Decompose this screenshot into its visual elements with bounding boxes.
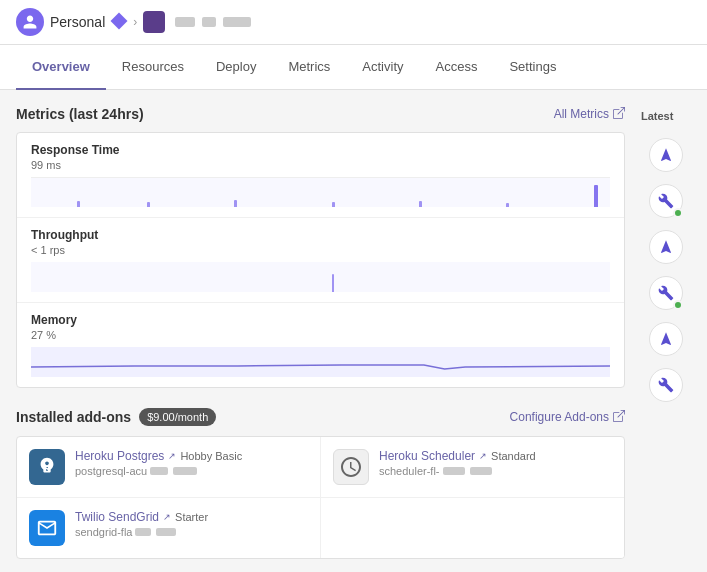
breadcrumb-separator: ›: [133, 15, 137, 29]
metrics-section-header: Metrics (last 24hrs) All Metrics: [16, 106, 625, 122]
memory-chart: [31, 347, 610, 377]
right-sidebar: Latest: [641, 106, 691, 559]
postgres-url: postgresql-acu: [75, 465, 242, 477]
scheduler-info: Heroku Scheduler ↗ Standard scheduler-fl…: [379, 449, 536, 477]
memory-row: Memory 27 %: [17, 303, 624, 387]
sidebar-deploy-btn-2[interactable]: [649, 230, 683, 264]
postgres-external-icon: ↗: [168, 451, 176, 461]
tab-settings[interactable]: Settings: [493, 45, 572, 90]
addon-cell-postgres: Heroku Postgres ↗ Hobby Basic postgresql…: [17, 437, 321, 498]
postgres-info: Heroku Postgres ↗ Hobby Basic postgresql…: [75, 449, 242, 477]
scheduler-name[interactable]: Heroku Scheduler ↗ Standard: [379, 449, 536, 463]
addons-grid: Heroku Postgres ↗ Hobby Basic postgresql…: [16, 436, 625, 559]
addon-row-2: Twilio SendGrid ↗ Starter sendgrid-fla: [17, 498, 624, 558]
memory-value: 27 %: [31, 329, 610, 341]
configure-external-icon: [613, 410, 625, 425]
addons-title-group: Installed add-ons $9.00/month: [16, 408, 216, 426]
left-panel: Metrics (last 24hrs) All Metrics Respons…: [16, 106, 625, 559]
addons-section: Installed add-ons $9.00/month Configure …: [16, 408, 625, 559]
scheduler-external-icon: ↗: [479, 451, 487, 461]
sidebar-build-btn-1[interactable]: [649, 184, 683, 218]
sendgrid-external-icon: ↗: [163, 512, 171, 522]
price-badge: $9.00/month: [139, 408, 216, 426]
response-time-row: Response Time 99 ms: [17, 133, 624, 218]
sendgrid-name[interactable]: Twilio SendGrid ↗ Starter: [75, 510, 208, 524]
tab-resources[interactable]: Resources: [106, 45, 200, 90]
memory-label: Memory: [31, 313, 610, 327]
configure-addons-link[interactable]: Configure Add-ons: [510, 410, 625, 425]
postgres-name[interactable]: Heroku Postgres ↗ Hobby Basic: [75, 449, 242, 463]
throughput-label: Throughput: [31, 228, 610, 242]
nav-tabs: Overview Resources Deploy Metrics Activi…: [0, 45, 707, 90]
top-bar: Personal ›: [0, 0, 707, 45]
sendgrid-icon: [29, 510, 65, 546]
external-link-icon: [613, 107, 625, 122]
tab-metrics[interactable]: Metrics: [272, 45, 346, 90]
throughput-chart: [31, 262, 610, 292]
metrics-card: Response Time 99 ms Throughput < 1 rps: [16, 132, 625, 388]
response-time-chart: [31, 177, 610, 207]
throughput-row: Throughput < 1 rps: [17, 218, 624, 303]
addon-cell-empty: [321, 498, 624, 558]
sendgrid-url: sendgrid-fla: [75, 526, 208, 538]
tab-deploy[interactable]: Deploy: [200, 45, 272, 90]
sendgrid-info: Twilio SendGrid ↗ Starter sendgrid-fla: [75, 510, 208, 538]
tab-access[interactable]: Access: [420, 45, 494, 90]
sidebar-deploy-btn-3[interactable]: [649, 322, 683, 356]
diamond-breadcrumb-icon: [111, 15, 127, 30]
scheduler-icon: [333, 449, 369, 485]
all-metrics-link[interactable]: All Metrics: [554, 107, 625, 122]
postgres-icon: [29, 449, 65, 485]
tab-overview[interactable]: Overview: [16, 45, 106, 90]
addon-cell-sendgrid: Twilio SendGrid ↗ Starter sendgrid-fla: [17, 498, 321, 558]
sidebar-title: Latest: [641, 110, 673, 122]
workspace-label[interactable]: Personal: [50, 14, 105, 30]
addons-header: Installed add-ons $9.00/month Configure …: [16, 408, 625, 426]
addon-row-1: Heroku Postgres ↗ Hobby Basic postgresql…: [17, 437, 624, 498]
throughput-value: < 1 rps: [31, 244, 610, 256]
sidebar-build-btn-2[interactable]: [649, 276, 683, 310]
sidebar-release-btn[interactable]: [649, 368, 683, 402]
sidebar-deploy-btn-1[interactable]: [649, 138, 683, 172]
metrics-title: Metrics (last 24hrs): [16, 106, 144, 122]
response-time-label: Response Time: [31, 143, 610, 157]
build-status-dot-1: [673, 208, 683, 218]
app-icon: [143, 11, 165, 33]
scheduler-url: scheduler-fl-: [379, 465, 536, 477]
app-name-blurred: [175, 17, 251, 27]
main-content: Metrics (last 24hrs) All Metrics Respons…: [0, 90, 707, 572]
workspace-avatar: [16, 8, 44, 36]
addons-title: Installed add-ons: [16, 409, 131, 425]
build-status-dot-2: [673, 300, 683, 310]
tab-activity[interactable]: Activity: [346, 45, 419, 90]
response-time-value: 99 ms: [31, 159, 610, 171]
addon-cell-scheduler: Heroku Scheduler ↗ Standard scheduler-fl…: [321, 437, 624, 498]
